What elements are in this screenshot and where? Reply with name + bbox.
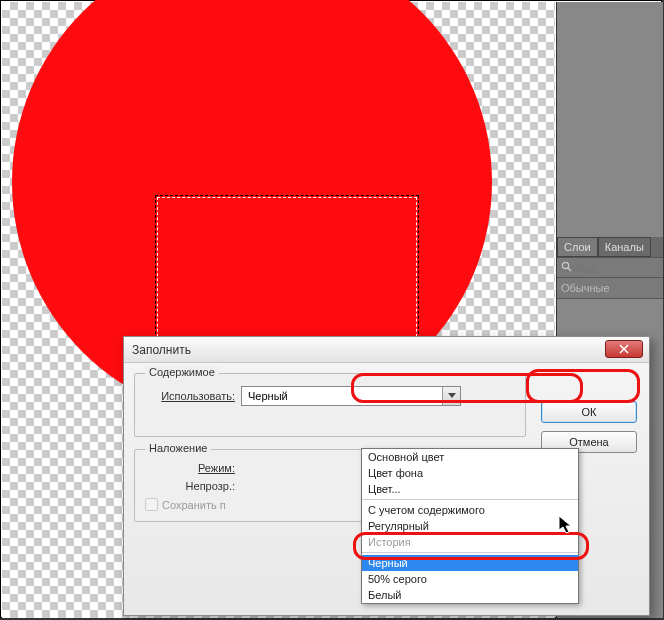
svg-line-1 — [568, 268, 571, 271]
use-dropdown[interactable]: Черный — [241, 386, 461, 406]
chevron-down-icon — [442, 387, 460, 405]
content-legend: Содержимое — [145, 366, 219, 378]
preserve-label: Сохранить п — [162, 499, 226, 511]
layer-search-input[interactable] — [575, 262, 635, 274]
opacity-label: Непрозр.: — [145, 480, 235, 492]
option-content-aware[interactable]: С учетом содержимого — [362, 502, 578, 518]
separator — [362, 552, 578, 553]
dialog-title: Заполнить — [132, 343, 191, 357]
option-pattern[interactable]: Регулярный — [362, 518, 578, 534]
selection-marquee — [157, 197, 417, 347]
option-background[interactable]: Цвет фона — [362, 465, 578, 481]
blend-mode-label: Обычные — [557, 278, 663, 299]
ok-button[interactable]: ОК — [541, 401, 637, 423]
close-button[interactable] — [605, 340, 643, 358]
tab-layers[interactable]: Слои — [557, 237, 598, 257]
option-color[interactable]: Цвет... — [362, 481, 578, 497]
dialog-titlebar[interactable]: Заполнить — [124, 337, 649, 363]
svg-point-0 — [562, 262, 568, 268]
use-label: Использовать: — [145, 390, 235, 402]
separator — [362, 499, 578, 500]
tab-channels[interactable]: Каналы — [598, 237, 651, 257]
preserve-checkbox — [145, 498, 158, 511]
blend-legend: Наложение — [145, 442, 211, 454]
svg-marker-5 — [559, 516, 571, 533]
svg-marker-4 — [448, 393, 456, 398]
option-foreground[interactable]: Основной цвет — [362, 449, 578, 465]
option-history: История — [362, 534, 578, 550]
use-dropdown-value: Черный — [248, 390, 288, 402]
option-gray[interactable]: 50% серого — [362, 571, 578, 587]
mode-label: Режим: — [145, 462, 235, 474]
search-icon — [561, 261, 572, 274]
option-black[interactable]: Черный — [362, 555, 578, 571]
cursor-icon — [558, 515, 574, 537]
use-dropdown-list: Основной цвет Цвет фона Цвет... С учетом… — [361, 448, 579, 604]
option-white[interactable]: Белый — [362, 587, 578, 603]
content-fieldset: Содержимое Использовать: Черный — [134, 373, 526, 437]
fill-dialog: Заполнить ОК Отмена Содержимое Использов… — [123, 336, 650, 616]
